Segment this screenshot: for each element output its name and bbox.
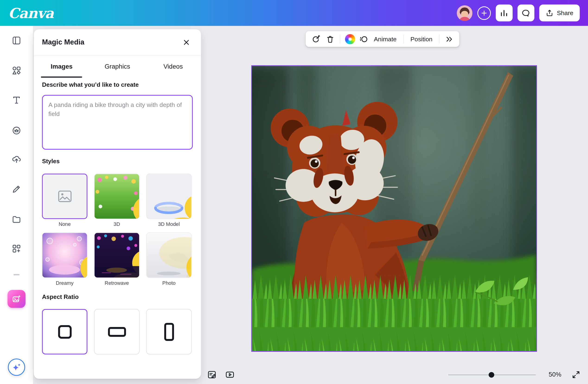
analytics-button[interactable]	[496, 4, 513, 21]
image-toolbar: Animate Position	[306, 31, 459, 47]
projects-icon	[12, 214, 21, 224]
uploads-icon	[12, 154, 21, 164]
zoom-level: 50%	[545, 371, 566, 378]
sidebar-item-design[interactable]	[7, 31, 26, 50]
toolbar-divider	[403, 35, 404, 43]
sidebar-item-uploads[interactable]	[7, 149, 26, 168]
present-icon	[225, 370, 235, 380]
comments-icon	[522, 8, 530, 17]
design-icon	[12, 36, 21, 45]
style-option-retrowave[interactable]	[94, 233, 140, 278]
style-option-photo[interactable]	[146, 233, 192, 278]
tab-videos[interactable]: Videos	[145, 56, 201, 78]
style-thumbnail-3d-model	[147, 174, 191, 218]
style-thumbnail-3d	[95, 174, 139, 218]
generate-again-icon	[311, 35, 320, 43]
tab-graphics[interactable]: Graphics	[89, 56, 145, 78]
share-upload-icon	[546, 9, 553, 17]
avatar-image	[457, 5, 473, 21]
tab-images[interactable]: Images	[34, 56, 89, 78]
panel-body: Describe what you’d like to create Style…	[34, 81, 201, 354]
red-panda-artwork	[252, 66, 536, 351]
canva-logo[interactable]: Canva	[8, 5, 54, 21]
sidebar-item-magic-media[interactable]	[7, 290, 26, 308]
rail-collapse-handle[interactable]	[7, 265, 26, 284]
analytics-icon	[500, 8, 509, 17]
delete-button[interactable]	[323, 32, 337, 46]
panel-title: Magic Media	[42, 38, 84, 47]
style-label: 3D Model	[146, 221, 192, 227]
generated-image[interactable]	[251, 65, 537, 352]
prompt-heading: Describe what you’d like to create	[42, 81, 193, 89]
apps-icon	[12, 244, 21, 254]
sidebar-item-projects[interactable]	[7, 210, 26, 228]
more-tools-button[interactable]	[442, 32, 456, 46]
color-wheel-icon	[345, 34, 355, 44]
notes-button[interactable]	[204, 367, 219, 382]
prompt-input[interactable]	[42, 95, 193, 149]
dash-icon	[13, 274, 20, 275]
share-label: Share	[557, 9, 573, 17]
image-placeholder-icon	[43, 174, 86, 218]
animate-button-icon-part[interactable]	[357, 32, 370, 46]
fullscreen-icon	[571, 370, 581, 379]
styles-grid: None	[42, 174, 193, 286]
zoom-slider-handle[interactable]	[488, 372, 494, 378]
comments-button[interactable]	[518, 4, 534, 21]
avatar[interactable]	[457, 5, 473, 21]
notes-icon	[207, 370, 217, 380]
present-button[interactable]	[222, 367, 237, 382]
aspect-ratio-heading: Aspect Ratio	[42, 294, 193, 301]
trash-icon	[326, 35, 334, 43]
more-chevrons-icon	[445, 35, 454, 43]
aspect-option-landscape[interactable]	[94, 309, 140, 355]
aspect-option-portrait[interactable]	[146, 309, 192, 355]
styles-heading: Styles	[42, 158, 193, 165]
stage: Canva	[0, 0, 588, 384]
style-thumbnail-retrowave	[95, 233, 139, 277]
portrait-ratio-icon	[164, 323, 174, 341]
assistant-sparkle-icon	[8, 359, 25, 376]
style-option-dreamy[interactable]	[42, 233, 87, 278]
landscape-ratio-icon	[108, 327, 126, 337]
elements-icon	[12, 66, 21, 75]
close-icon	[182, 38, 190, 47]
magic-media-icon	[7, 290, 25, 308]
animate-icon	[359, 34, 368, 43]
fullscreen-button[interactable]	[568, 367, 584, 382]
style-option-3d[interactable]	[94, 174, 140, 219]
aspect-option-square[interactable]	[42, 309, 87, 355]
sidebar-item-draw[interactable]	[7, 180, 26, 198]
left-rail	[0, 26, 33, 384]
style-option-3d-model[interactable]	[146, 174, 192, 219]
draw-icon	[12, 184, 21, 194]
style-label: Photo	[146, 280, 192, 286]
close-panel-button[interactable]	[180, 36, 193, 49]
top-bar: Canva	[0, 0, 588, 26]
aspect-ratio-grid	[42, 309, 193, 355]
animate-button[interactable]: Animate	[370, 36, 401, 43]
sidebar-item-elements[interactable]	[7, 61, 26, 80]
generate-again-button[interactable]	[309, 32, 323, 46]
style-thumbnail-photo	[147, 233, 191, 277]
style-option-none[interactable]	[42, 174, 87, 219]
top-actions: Share	[457, 4, 580, 21]
style-label: Retrowave	[94, 280, 140, 286]
panel-header: Magic Media	[34, 29, 201, 55]
brand-icon	[12, 125, 21, 135]
sidebar-item-brand[interactable]	[7, 121, 26, 140]
magic-media-panel: Magic Media Images Graphics Videos Descr…	[34, 29, 201, 379]
square-ratio-icon	[58, 325, 71, 338]
style-thumbnail-dreamy	[42, 233, 87, 277]
add-icon	[481, 9, 488, 17]
add-member-button[interactable]	[477, 6, 491, 20]
text-icon	[12, 95, 21, 105]
media-type-tabs: Images Graphics Videos	[34, 56, 201, 78]
share-button[interactable]: Share	[539, 4, 580, 21]
style-label: None	[42, 221, 87, 227]
canva-assistant-button[interactable]	[7, 358, 26, 377]
sidebar-item-apps[interactable]	[7, 239, 26, 258]
color-picker-button[interactable]	[343, 32, 357, 46]
position-button[interactable]: Position	[406, 36, 437, 43]
sidebar-item-text[interactable]	[7, 91, 26, 109]
